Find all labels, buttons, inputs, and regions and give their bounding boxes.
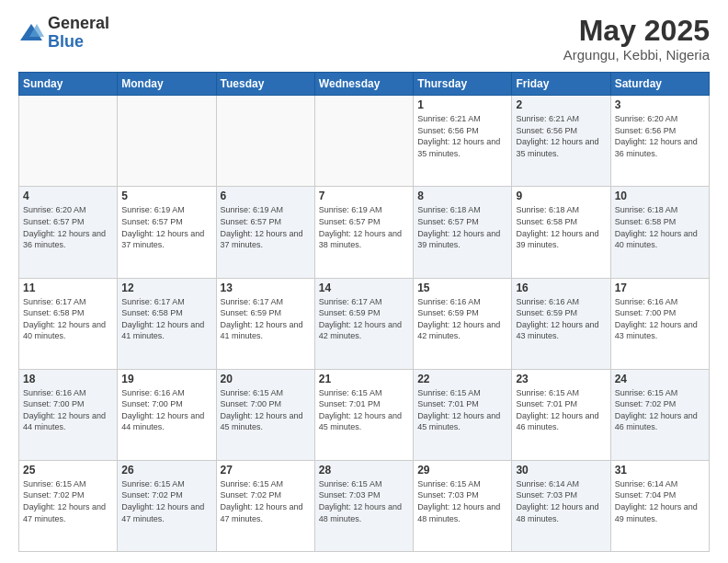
day-info: Sunrise: 6:16 AMSunset: 6:59 PMDaylight:… bbox=[417, 296, 507, 342]
calendar-day-cell bbox=[118, 96, 216, 187]
calendar-day-cell bbox=[19, 96, 118, 187]
weekday-header-cell: Tuesday bbox=[216, 73, 314, 96]
calendar-day-cell: 31Sunrise: 6:14 AMSunset: 7:04 PMDayligh… bbox=[610, 460, 709, 551]
day-number: 14 bbox=[319, 282, 409, 294]
day-info: Sunrise: 6:15 AMSunset: 7:02 PMDaylight:… bbox=[615, 387, 705, 433]
day-number: 26 bbox=[121, 464, 211, 477]
day-info: Sunrise: 6:15 AMSunset: 7:00 PMDaylight:… bbox=[221, 387, 311, 433]
calendar-day-cell: 28Sunrise: 6:15 AMSunset: 7:03 PMDayligh… bbox=[314, 460, 413, 551]
title-area: May 2025 Argungu, Kebbi, Nigeria bbox=[563, 15, 710, 63]
logo-general: General bbox=[48, 15, 109, 33]
day-number: 22 bbox=[417, 373, 507, 385]
day-number: 23 bbox=[516, 373, 606, 385]
calendar-day-cell: 17Sunrise: 6:16 AMSunset: 7:00 PMDayligh… bbox=[610, 278, 709, 369]
day-number: 31 bbox=[615, 464, 705, 477]
day-info: Sunrise: 6:17 AMSunset: 6:58 PMDaylight:… bbox=[121, 296, 211, 342]
day-info: Sunrise: 6:18 AMSunset: 6:58 PMDaylight:… bbox=[516, 204, 606, 250]
day-number: 11 bbox=[23, 282, 113, 294]
calendar-day-cell: 3Sunrise: 6:20 AMSunset: 6:56 PMDaylight… bbox=[610, 96, 709, 187]
weekday-header-cell: Friday bbox=[512, 73, 610, 96]
calendar-day-cell: 20Sunrise: 6:15 AMSunset: 7:00 PMDayligh… bbox=[216, 369, 314, 460]
day-number: 1 bbox=[417, 98, 507, 111]
day-number: 6 bbox=[221, 190, 311, 202]
day-info: Sunrise: 6:19 AMSunset: 6:57 PMDaylight:… bbox=[221, 204, 311, 250]
day-info: Sunrise: 6:15 AMSunset: 7:01 PMDaylight:… bbox=[417, 387, 507, 433]
day-info: Sunrise: 6:18 AMSunset: 6:57 PMDaylight:… bbox=[417, 204, 507, 250]
day-number: 2 bbox=[516, 98, 606, 111]
calendar-day-cell: 25Sunrise: 6:15 AMSunset: 7:02 PMDayligh… bbox=[19, 460, 118, 551]
day-number: 15 bbox=[417, 282, 507, 294]
weekday-header-row: SundayMondayTuesdayWednesdayThursdayFrid… bbox=[19, 73, 710, 96]
day-number: 8 bbox=[417, 190, 507, 202]
calendar-day-cell: 12Sunrise: 6:17 AMSunset: 6:58 PMDayligh… bbox=[118, 278, 216, 369]
day-info: Sunrise: 6:15 AMSunset: 7:01 PMDaylight:… bbox=[516, 387, 606, 433]
day-number: 5 bbox=[121, 190, 211, 202]
calendar-day-cell bbox=[314, 96, 413, 187]
weekday-header-cell: Thursday bbox=[414, 73, 512, 96]
day-number: 12 bbox=[121, 282, 211, 294]
page: General Blue May 2025 Argungu, Kebbi, Ni… bbox=[0, 0, 728, 563]
calendar-day-cell: 5Sunrise: 6:19 AMSunset: 6:57 PMDaylight… bbox=[118, 187, 216, 278]
header: General Blue May 2025 Argungu, Kebbi, Ni… bbox=[18, 15, 710, 63]
day-info: Sunrise: 6:15 AMSunset: 7:02 PMDaylight:… bbox=[121, 478, 211, 524]
logo: General Blue bbox=[18, 15, 109, 52]
day-number: 10 bbox=[615, 190, 705, 202]
day-number: 9 bbox=[516, 190, 606, 202]
calendar-day-cell: 1Sunrise: 6:21 AMSunset: 6:56 PMDaylight… bbox=[414, 96, 512, 187]
weekday-header-cell: Wednesday bbox=[314, 73, 413, 96]
day-info: Sunrise: 6:14 AMSunset: 7:03 PMDaylight:… bbox=[516, 478, 606, 524]
calendar-day-cell: 15Sunrise: 6:16 AMSunset: 6:59 PMDayligh… bbox=[414, 278, 512, 369]
calendar-day-cell: 18Sunrise: 6:16 AMSunset: 7:00 PMDayligh… bbox=[19, 369, 118, 460]
day-number: 28 bbox=[319, 464, 409, 477]
logo-text: General Blue bbox=[48, 15, 109, 52]
day-number: 19 bbox=[121, 373, 211, 385]
day-info: Sunrise: 6:16 AMSunset: 7:00 PMDaylight:… bbox=[615, 296, 705, 342]
location: Argungu, Kebbi, Nigeria bbox=[563, 47, 710, 63]
calendar-day-cell: 29Sunrise: 6:15 AMSunset: 7:03 PMDayligh… bbox=[414, 460, 512, 551]
calendar-day-cell: 6Sunrise: 6:19 AMSunset: 6:57 PMDaylight… bbox=[216, 187, 314, 278]
day-info: Sunrise: 6:16 AMSunset: 7:00 PMDaylight:… bbox=[121, 387, 211, 433]
calendar-week-row: 4Sunrise: 6:20 AMSunset: 6:57 PMDaylight… bbox=[19, 187, 710, 278]
day-number: 20 bbox=[221, 373, 311, 385]
calendar-day-cell: 2Sunrise: 6:21 AMSunset: 6:56 PMDaylight… bbox=[512, 96, 610, 187]
day-info: Sunrise: 6:15 AMSunset: 7:03 PMDaylight:… bbox=[417, 478, 507, 524]
calendar-day-cell: 21Sunrise: 6:15 AMSunset: 7:01 PMDayligh… bbox=[314, 369, 413, 460]
day-info: Sunrise: 6:18 AMSunset: 6:58 PMDaylight:… bbox=[615, 204, 705, 250]
day-number: 29 bbox=[417, 464, 507, 477]
weekday-header-cell: Sunday bbox=[19, 73, 118, 96]
day-info: Sunrise: 6:15 AMSunset: 7:01 PMDaylight:… bbox=[319, 387, 409, 433]
calendar-day-cell: 22Sunrise: 6:15 AMSunset: 7:01 PMDayligh… bbox=[414, 369, 512, 460]
calendar-day-cell: 27Sunrise: 6:15 AMSunset: 7:02 PMDayligh… bbox=[216, 460, 314, 551]
calendar-week-row: 25Sunrise: 6:15 AMSunset: 7:02 PMDayligh… bbox=[19, 460, 710, 551]
day-info: Sunrise: 6:21 AMSunset: 6:56 PMDaylight:… bbox=[417, 113, 507, 159]
calendar-week-row: 18Sunrise: 6:16 AMSunset: 7:00 PMDayligh… bbox=[19, 369, 710, 460]
day-number: 18 bbox=[23, 373, 113, 385]
day-number: 16 bbox=[516, 282, 606, 294]
day-info: Sunrise: 6:16 AMSunset: 7:00 PMDaylight:… bbox=[23, 387, 113, 433]
day-info: Sunrise: 6:15 AMSunset: 7:02 PMDaylight:… bbox=[23, 478, 113, 524]
day-info: Sunrise: 6:16 AMSunset: 6:59 PMDaylight:… bbox=[516, 296, 606, 342]
day-info: Sunrise: 6:14 AMSunset: 7:04 PMDaylight:… bbox=[615, 478, 705, 524]
calendar-day-cell: 19Sunrise: 6:16 AMSunset: 7:00 PMDayligh… bbox=[118, 369, 216, 460]
calendar-day-cell: 4Sunrise: 6:20 AMSunset: 6:57 PMDaylight… bbox=[19, 187, 118, 278]
calendar-day-cell bbox=[216, 96, 314, 187]
day-number: 30 bbox=[516, 464, 606, 477]
calendar-table: SundayMondayTuesdayWednesdayThursdayFrid… bbox=[18, 72, 710, 552]
calendar-day-cell: 13Sunrise: 6:17 AMSunset: 6:59 PMDayligh… bbox=[216, 278, 314, 369]
calendar-week-row: 11Sunrise: 6:17 AMSunset: 6:58 PMDayligh… bbox=[19, 278, 710, 369]
weekday-header-cell: Saturday bbox=[610, 73, 709, 96]
calendar-day-cell: 23Sunrise: 6:15 AMSunset: 7:01 PMDayligh… bbox=[512, 369, 610, 460]
day-number: 13 bbox=[221, 282, 311, 294]
day-info: Sunrise: 6:15 AMSunset: 7:02 PMDaylight:… bbox=[221, 478, 311, 524]
day-info: Sunrise: 6:20 AMSunset: 6:56 PMDaylight:… bbox=[615, 113, 705, 159]
day-number: 24 bbox=[615, 373, 705, 385]
day-number: 27 bbox=[221, 464, 311, 477]
day-info: Sunrise: 6:17 AMSunset: 6:58 PMDaylight:… bbox=[23, 296, 113, 342]
day-number: 7 bbox=[319, 190, 409, 202]
calendar-day-cell: 9Sunrise: 6:18 AMSunset: 6:58 PMDaylight… bbox=[512, 187, 610, 278]
calendar-day-cell: 11Sunrise: 6:17 AMSunset: 6:58 PMDayligh… bbox=[19, 278, 118, 369]
day-info: Sunrise: 6:17 AMSunset: 6:59 PMDaylight:… bbox=[221, 296, 311, 342]
day-info: Sunrise: 6:21 AMSunset: 6:56 PMDaylight:… bbox=[516, 113, 606, 159]
calendar-day-cell: 7Sunrise: 6:19 AMSunset: 6:57 PMDaylight… bbox=[314, 187, 413, 278]
calendar-day-cell: 26Sunrise: 6:15 AMSunset: 7:02 PMDayligh… bbox=[118, 460, 216, 551]
